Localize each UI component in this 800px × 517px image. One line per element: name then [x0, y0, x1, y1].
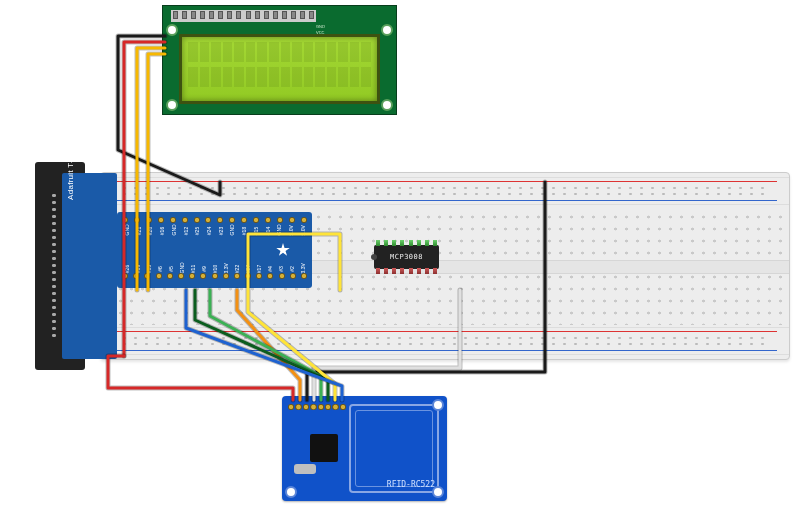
mounting-hole-icon [381, 99, 393, 111]
cobbler-pin-label: #20 [147, 227, 153, 236]
breadboard-power-rail-bottom [101, 327, 789, 355]
lcd-screen [179, 34, 380, 104]
breadboard-power-rail-top [101, 177, 789, 205]
rfid-ic [310, 434, 338, 462]
cobbler-pin-label: #21 [135, 227, 141, 236]
chip-label: MCP3008 [390, 253, 423, 261]
mounting-hole-icon [381, 24, 393, 36]
cobbler-pin-label: #15 [252, 227, 258, 236]
cobbler-body [62, 173, 117, 359]
mounting-hole-icon [432, 486, 444, 498]
cobbler-pin-label: 5.0V [299, 227, 305, 236]
rfid-pin-header [288, 400, 346, 414]
cobbler-pin-label: GND [124, 227, 130, 236]
cobbler-pin-label: GND [276, 227, 282, 236]
cobbler-pin-label: #25 [194, 227, 200, 236]
mounting-hole-icon [166, 99, 178, 111]
rfid-label: RFID-RC522 [387, 480, 435, 489]
wire-rfid-3v3 [108, 356, 293, 400]
cobbler-breakout: GND#21#20#16GND#12#25#24#23GND#18#15#14G… [117, 212, 312, 288]
cobbler-pin-label: GND [229, 227, 235, 236]
rfid-crystal [294, 464, 316, 474]
adafruit-logo-icon [276, 243, 290, 257]
cobbler-pin-label: #23 [217, 227, 223, 236]
mounting-hole-icon [432, 399, 444, 411]
mounting-hole-icon [285, 486, 297, 498]
lcd-module: GNDVCCSDASCL [162, 5, 397, 115]
lcd-pin-header [171, 10, 316, 22]
cobbler-pin-label: GND [170, 227, 176, 236]
cobbler-pin-label: #16 [159, 227, 165, 236]
cobbler-pin-label: #14 [264, 227, 270, 236]
cobbler-pin-label: #24 [206, 227, 212, 236]
mounting-hole-icon [166, 24, 178, 36]
cobbler-pin-label: 5.0V [288, 227, 294, 236]
rfid-rc522-module: RFID-RC522 [282, 396, 447, 501]
mcp3008-chip: MCP3008 [374, 245, 439, 269]
lcd-pin-label: GND [316, 24, 325, 29]
cobbler-title: Adafruit T-Cobbler Plus for Raspberry Pi [66, 45, 75, 200]
cobbler-pin-label: #12 [182, 227, 188, 236]
cobbler-pin-label: #18 [241, 227, 247, 236]
